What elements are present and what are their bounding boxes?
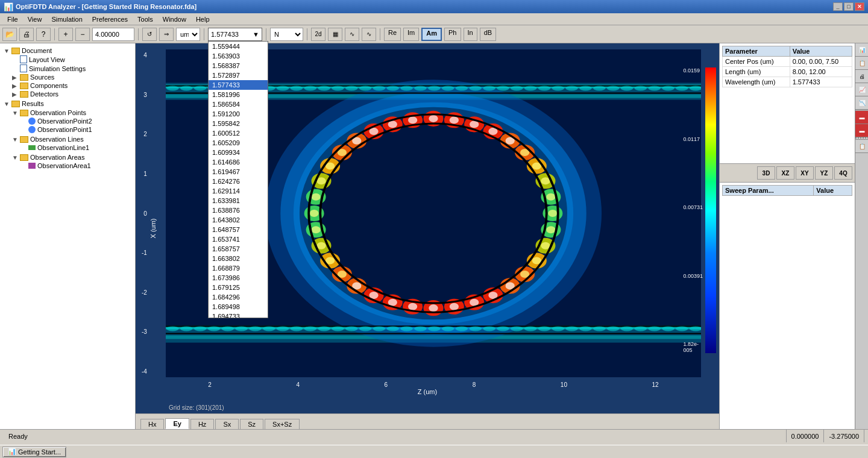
- wavelength-option[interactable]: 1.619467: [209, 167, 268, 177]
- zoom-input[interactable]: [92, 28, 134, 41]
- tree-item-results[interactable]: ▼ Results: [2, 99, 133, 108]
- tree-item-obs-point2[interactable]: ObservationPoint2: [19, 117, 133, 125]
- view-xz[interactable]: XZ: [776, 166, 794, 180]
- wavelength-option[interactable]: 1.653741: [209, 234, 268, 244]
- toolbar-wave1[interactable]: ∿: [345, 28, 359, 41]
- wavelength-option[interactable]: 1.658757: [209, 244, 268, 254]
- menu-simulation[interactable]: Simulation: [46, 14, 87, 24]
- tab-sx[interactable]: Sx: [215, 419, 239, 429]
- menu-preferences[interactable]: Preferences: [87, 14, 133, 24]
- menu-file[interactable]: File: [2, 14, 23, 24]
- tree-item-obs-points[interactable]: ▼ Observation Points: [11, 108, 133, 117]
- wavelength-dropdown-button[interactable]: 1.577433 ▼: [208, 28, 262, 41]
- toolbar-nav[interactable]: ⇒: [159, 28, 174, 41]
- toolbar-reset[interactable]: ↺: [142, 28, 157, 41]
- tree-item-obs-areas[interactable]: ▼ Observation Areas: [11, 153, 133, 162]
- wavelength-option[interactable]: 1.648757: [209, 225, 268, 234]
- toolbar-wave2[interactable]: ∿: [362, 28, 376, 41]
- toolbar-open[interactable]: 📂: [2, 28, 17, 41]
- expand-obs-points[interactable]: ▼: [12, 110, 18, 116]
- maximize-button[interactable]: □: [844, 2, 854, 11]
- tree-item-obs-line1[interactable]: ObservationLine1: [19, 143, 133, 152]
- wavelength-option[interactable]: 1.684296: [209, 292, 268, 302]
- tab-sxsz[interactable]: Sx+Sz: [265, 419, 300, 429]
- tree-item-simset[interactable]: Simulation Settings: [11, 64, 133, 73]
- wavelength-option[interactable]: 1.663802: [209, 254, 268, 263]
- wavelength-option[interactable]: 1.694733: [209, 312, 268, 318]
- wavelength-option[interactable]: 1.638876: [209, 205, 268, 215]
- n-select[interactable]: N: [270, 28, 303, 41]
- ri-chart[interactable]: 📊: [855, 43, 868, 57]
- tab-hx[interactable]: Hx: [140, 419, 164, 429]
- expand-document[interactable]: ▼: [4, 48, 10, 54]
- wavelength-option[interactable]: 1.600512: [209, 128, 268, 138]
- wavelength-option[interactable]: 1.605209: [209, 138, 268, 148]
- wavelength-option[interactable]: 1.559444: [209, 42, 268, 51]
- expand-detectors[interactable]: ▶: [12, 91, 18, 98]
- wavelength-option[interactable]: 1.643802: [209, 215, 268, 225]
- wavelength-option[interactable]: 1.668879: [209, 263, 268, 273]
- toolbar-2d[interactable]: 2d: [311, 28, 326, 41]
- tab-sz[interactable]: Sz: [240, 419, 263, 429]
- wavelength-option[interactable]: 1.633981: [209, 196, 268, 205]
- expand-obs-lines[interactable]: ▼: [12, 136, 18, 143]
- wavelength-option[interactable]: 1.581996: [209, 90, 268, 99]
- wavelength-option[interactable]: 1.679125: [209, 283, 268, 292]
- mode-am[interactable]: Am: [421, 28, 442, 41]
- wavelength-option[interactable]: 1.609934: [209, 148, 268, 157]
- mode-in[interactable]: In: [464, 28, 477, 41]
- toolbar-zoom-in[interactable]: +: [58, 28, 73, 41]
- wavelength-option[interactable]: 1.586584: [209, 99, 268, 109]
- wavelength-list[interactable]: 1.5594441.5639031.5683871.5728971.577433…: [208, 41, 268, 318]
- expand-sources[interactable]: ▶: [12, 74, 18, 81]
- unit-select[interactable]: um: [176, 28, 200, 41]
- menu-window[interactable]: Window: [158, 14, 191, 24]
- close-button[interactable]: ✕: [855, 2, 864, 11]
- menu-tools[interactable]: Tools: [133, 14, 158, 24]
- menu-view[interactable]: View: [23, 14, 47, 24]
- view-yz[interactable]: YZ: [815, 166, 833, 180]
- view-3d[interactable]: 3D: [757, 166, 775, 180]
- expand-components[interactable]: ▶: [12, 83, 18, 89]
- toolbar-help[interactable]: ?: [36, 28, 51, 41]
- wavelength-option[interactable]: 1.591200: [209, 109, 268, 119]
- ri-red2[interactable]: ▬: [855, 124, 868, 137]
- tree-item-document[interactable]: ▼ Document: [2, 46, 133, 55]
- tree-item-layout[interactable]: Layout View: [11, 55, 133, 64]
- ri-red1[interactable]: ▬: [855, 111, 868, 124]
- wavelength-option[interactable]: 1.595842: [209, 119, 268, 128]
- ri-table[interactable]: 📋: [855, 57, 868, 70]
- menu-help[interactable]: Help: [191, 14, 215, 24]
- view-4q[interactable]: 4Q: [834, 166, 852, 180]
- wavelength-option[interactable]: 1.614686: [209, 157, 268, 167]
- tree-item-obs-point1[interactable]: ObservationPoint1: [19, 125, 133, 134]
- tree-item-detectors[interactable]: ▶ Detectors: [11, 90, 133, 98]
- tree-item-obs-area1[interactable]: ObservationArea1: [19, 162, 133, 170]
- expand-obs-areas[interactable]: ▼: [12, 154, 18, 161]
- mode-ph[interactable]: Ph: [444, 28, 461, 41]
- wavelength-option[interactable]: 1.572897: [209, 71, 268, 80]
- tree-item-sources[interactable]: ▶ Sources: [11, 73, 133, 81]
- view-xy[interactable]: XY: [796, 166, 814, 180]
- mode-re[interactable]: Re: [384, 28, 401, 41]
- mode-im[interactable]: Im: [403, 28, 419, 41]
- tab-hz[interactable]: Hz: [190, 419, 214, 429]
- tree-item-obs-lines[interactable]: ▼ Observation Lines: [11, 135, 133, 143]
- wavelength-option[interactable]: 1.689498: [209, 302, 268, 312]
- minimize-button[interactable]: _: [833, 2, 843, 11]
- tab-ey[interactable]: Ey: [165, 418, 189, 429]
- tree-item-components[interactable]: ▶ Components: [11, 81, 133, 90]
- wavelength-option[interactable]: 1.673986: [209, 273, 268, 283]
- wavelength-option[interactable]: 1.624276: [209, 177, 268, 186]
- toolbar-zoom-out[interactable]: −: [75, 28, 90, 41]
- toolbar-grid[interactable]: ▦: [328, 28, 342, 41]
- ri-copy[interactable]: 📋: [855, 140, 868, 153]
- title-controls[interactable]: _ □ ✕: [833, 2, 864, 11]
- toolbar-print[interactable]: 🖨: [19, 28, 34, 41]
- wavelength-option[interactable]: 1.629114: [209, 186, 268, 196]
- wavelength-option[interactable]: 1.563903: [209, 51, 268, 61]
- expand-results[interactable]: ▼: [4, 101, 10, 107]
- taskbar-item-getting-start[interactable]: 📊 Getting Start...: [2, 447, 66, 457]
- wavelength-option[interactable]: 1.568387: [209, 61, 268, 71]
- wavelength-option[interactable]: 1.577433: [209, 80, 268, 90]
